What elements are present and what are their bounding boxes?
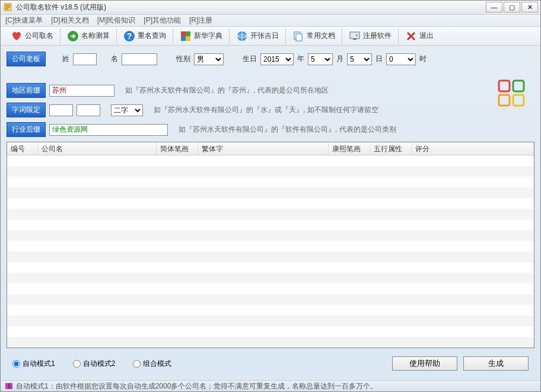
arrow-icon — [67, 30, 79, 42]
col-kangxi[interactable]: 康熙笔画 — [329, 142, 370, 155]
birth-label: 生日 — [243, 54, 257, 64]
window-controls: — ▢ ✕ — [486, 2, 538, 12]
svg-rect-6 — [181, 36, 186, 41]
month-select[interactable]: 5 — [308, 53, 333, 65]
menu-register[interactable]: [R]注册 — [189, 15, 212, 26]
help-button[interactable]: 使用帮助 — [392, 356, 457, 371]
tool-dictionary[interactable]: 新华字典 — [174, 28, 228, 44]
menu-other[interactable]: [P]其他功能 — [144, 15, 181, 26]
app-icon — [3, 2, 12, 12]
col-wuxing[interactable]: 五行属性 — [370, 142, 412, 155]
svg-rect-11 — [296, 34, 302, 41]
gender-select[interactable]: 男 — [194, 53, 224, 65]
tool-docs[interactable]: 常用文档 — [287, 28, 340, 44]
industry-input[interactable] — [49, 124, 168, 136]
window-title: 公司取名软件 v18.5 (试用版) — [16, 2, 486, 12]
tool-name-test[interactable]: 名称测算 — [62, 28, 115, 44]
year-select[interactable]: 2015 — [260, 53, 294, 65]
col-trad[interactable]: 繁体字 — [198, 142, 329, 155]
results-table: 编号 公司名 简体笔画 繁体字 康熙笔画 五行属性 评分 — [7, 142, 534, 348]
titlebar: 公司取名软件 v18.5 (试用版) — ▢ ✕ — [1, 1, 540, 15]
day-select[interactable]: 5 — [347, 53, 372, 65]
generate-button[interactable]: 生成 — [463, 356, 529, 371]
surname-input[interactable] — [73, 53, 97, 65]
svg-rect-14 — [499, 81, 510, 91]
tool-register[interactable]: 注册软件 — [343, 28, 397, 44]
boss-button[interactable]: 公司老板 — [7, 52, 46, 66]
statusbar: 自动模式1：由软件根据您设置每次自动生成2000多个公司名；觉得不满意可重复生成… — [1, 380, 540, 391]
svg-rect-17 — [513, 95, 524, 106]
svg-rect-16 — [499, 95, 510, 106]
flag-icon — [180, 30, 192, 42]
region-input[interactable] — [49, 85, 114, 97]
menu-quick[interactable]: [C]快速菜单 — [5, 15, 43, 26]
mode3-radio[interactable]: 组合模式 — [133, 359, 171, 369]
menu-docs[interactable]: [D]相关文档 — [51, 15, 88, 26]
status-text: 自动模式1：由软件根据您设置每次自动生成2000多个公司名；觉得不满意可重复生成… — [16, 381, 377, 391]
heart-icon — [11, 30, 23, 42]
hour-select[interactable]: 0 — [386, 53, 416, 65]
region-prefix-button[interactable]: 地区前缀 — [7, 83, 46, 98]
minimize-button[interactable]: — — [486, 2, 502, 12]
firstname-input[interactable] — [122, 53, 157, 65]
question-icon: ? — [123, 30, 135, 42]
region-hint: 如『苏州水天软件有限公司』的『苏州』, 代表的是公司所在地区 — [125, 85, 329, 95]
industry-hint: 如『苏州水天软件有限公司』的『软件有限公司』, 代表的是公司类别 — [179, 125, 396, 135]
word-count-select[interactable]: 二字 — [111, 104, 143, 116]
tool-company-naming[interactable]: 公司取名 — [5, 28, 59, 44]
tool-exit[interactable]: 退出 — [400, 28, 439, 44]
col-simp-strokes[interactable]: 简体笔画 — [157, 142, 198, 155]
book-icon — [4, 381, 14, 391]
menu-folk[interactable]: [M]民俗知识 — [97, 15, 136, 26]
word1-input[interactable] — [49, 104, 73, 116]
content-area: 公司老板 姓 名 性别 男 生日 2015 年 5 月 5 日 0 时 地区前缀 — [1, 46, 540, 380]
word2-input[interactable] — [77, 104, 100, 116]
table-header: 编号 公司名 简体笔画 繁体字 康熙笔画 五行属性 评分 — [7, 142, 534, 155]
col-score[interactable]: 评分 — [412, 142, 534, 155]
toolbar: 公司取名 名称测算 ? 重名查询 新华字典 开张吉日 常用文档 注 — [1, 27, 540, 46]
maximize-button[interactable]: ▢ — [504, 2, 520, 12]
mode1-radio[interactable]: 自动模式1 — [12, 359, 55, 369]
col-name[interactable]: 公司名 — [38, 142, 157, 155]
svg-rect-13 — [353, 39, 357, 40]
office-logo-icon — [497, 78, 526, 108]
globe-icon — [236, 30, 248, 42]
tool-duplicate-query[interactable]: ? 重名查询 — [118, 28, 171, 44]
firstname-label: 名 — [111, 54, 118, 64]
table-body[interactable] — [7, 155, 534, 348]
menubar: [C]快速菜单 [D]相关文档 [M]民俗知识 [P]其他功能 [R]注册 — [1, 15, 540, 27]
svg-rect-7 — [186, 36, 190, 41]
mode-row: 自动模式1 自动模式2 组合模式 使用帮助 生成 — [7, 353, 534, 374]
industry-suffix-button[interactable]: 行业后缀 — [7, 122, 46, 137]
svg-rect-4 — [181, 31, 186, 36]
word-limit-button[interactable]: 字词限定 — [7, 103, 46, 117]
svg-rect-12 — [350, 32, 359, 39]
close-button[interactable]: ✕ — [521, 2, 538, 12]
col-id[interactable]: 编号 — [7, 142, 38, 155]
gender-label: 性别 — [176, 54, 190, 64]
monitor-icon — [349, 30, 361, 42]
svg-text:?: ? — [127, 31, 132, 41]
mode2-radio[interactable]: 自动模式2 — [73, 359, 116, 369]
tool-lucky-date[interactable]: 开张吉日 — [231, 28, 284, 44]
copy-icon — [292, 30, 304, 42]
svg-rect-15 — [513, 81, 524, 91]
x-icon — [405, 30, 417, 42]
svg-rect-5 — [186, 31, 190, 36]
surname-label: 姓 — [62, 54, 69, 64]
word-hint: 如『苏州水天软件有限公司』的『水』或『天』, 如不限制任何字请留空 — [154, 105, 378, 115]
